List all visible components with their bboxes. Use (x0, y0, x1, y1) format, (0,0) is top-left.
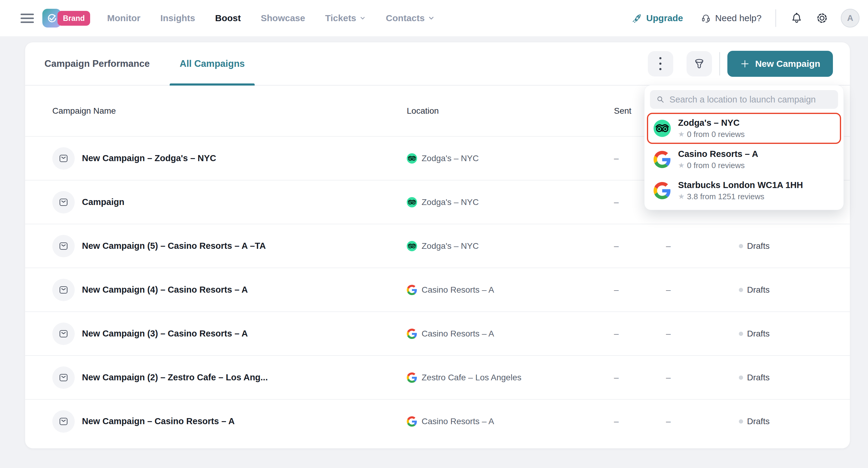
table-row[interactable]: New Campaign – Casino Resorts – A Casino… (25, 399, 850, 443)
search-icon (656, 95, 665, 104)
table-row[interactable]: New Campaign (5) – Casino Resorts – A –T… (25, 224, 850, 268)
location-option-name: Casino Resorts – A (678, 149, 758, 159)
status-dot-icon (739, 419, 743, 424)
status-dot-icon (739, 288, 743, 292)
location-search[interactable] (650, 90, 838, 109)
nav-monitor[interactable]: Monitor (107, 13, 140, 23)
status-dot-icon (739, 244, 743, 248)
app-logo[interactable]: Brand (42, 9, 90, 28)
more-options-button[interactable] (648, 51, 673, 76)
envelope-icon (58, 372, 69, 383)
opened-value: – (666, 416, 731, 426)
campaign-name: New Campaign (5) – Casino Resorts – A –T… (82, 241, 266, 251)
tripadvisor-icon (407, 197, 417, 208)
google-icon (407, 285, 417, 295)
google-icon (407, 329, 417, 339)
location-name: Zodga's – NYC (422, 241, 479, 251)
filter-button[interactable] (686, 51, 712, 76)
campaign-name: Campaign (82, 197, 124, 207)
need-help-button[interactable]: Need help? (700, 12, 762, 24)
status-dot-icon (739, 375, 743, 380)
tripadvisor-icon (654, 120, 671, 137)
nav-tickets[interactable]: Tickets (325, 13, 366, 23)
envelope-icon (58, 328, 69, 339)
toolbar-divider (719, 52, 720, 75)
status-badge: Drafts (731, 241, 850, 251)
hamburger-menu-icon[interactable] (21, 13, 34, 23)
envelope-icon (58, 153, 69, 164)
campaign-name: New Campaign – Zodga's – NYC (82, 153, 216, 163)
location-options: Zodga's – NYC ★0 from 0 reviews Casino R… (647, 113, 841, 206)
nav-showcase[interactable]: Showcase (261, 13, 305, 23)
rating-text: 0 from 0 reviews (687, 130, 745, 139)
campaign-name: New Campaign – Casino Resorts – A (82, 416, 235, 426)
envelope-icon (58, 241, 69, 252)
tripadvisor-icon (407, 241, 417, 251)
rating-text: 0 from 0 reviews (687, 161, 745, 170)
envelope-icon (58, 197, 69, 208)
col-header-campaign-name: Campaign Name (52, 106, 407, 116)
star-icon: ★ (678, 193, 685, 200)
status-badge: Drafts (731, 416, 850, 426)
sent-value: – (614, 373, 666, 382)
location-search-input[interactable] (670, 95, 832, 104)
col-header-location: Location (407, 106, 614, 116)
location-option-name: Zodga's – NYC (678, 118, 745, 128)
opened-value: – (666, 285, 731, 295)
campaign-name: New Campaign (2) – Zestro Cafe – Los Ang… (82, 372, 268, 382)
plus-icon (740, 59, 750, 69)
headset-icon (700, 12, 712, 24)
envelope-icon (58, 284, 69, 295)
avatar[interactable]: A (841, 9, 860, 28)
topbar: Brand Monitor Insights Boost Showcase Ti… (0, 0, 868, 36)
topbar-divider (775, 9, 776, 27)
brand-badge: Brand (58, 11, 90, 26)
opened-value: – (666, 329, 731, 339)
location-option-name: Starbucks London WC1A 1HH (678, 180, 803, 190)
google-icon (407, 372, 417, 383)
location-name: Casino Resorts – A (422, 285, 494, 295)
nav-boost[interactable]: Boost (215, 13, 241, 23)
location-option-zodgas-nyc[interactable]: Zodga's – NYC ★0 from 0 reviews (647, 113, 841, 144)
sent-value: – (614, 241, 666, 251)
tab-all-campaigns[interactable]: All Campaigns (170, 42, 255, 85)
star-icon: ★ (678, 162, 685, 169)
chevron-down-icon (428, 14, 435, 22)
topbar-right: Upgrade Need help? A (631, 9, 860, 28)
status-badge: Drafts (731, 373, 850, 382)
table-row[interactable]: New Campaign (3) – Casino Resorts – A Ca… (25, 311, 850, 355)
google-icon (654, 151, 671, 168)
location-option-casino-resorts[interactable]: Casino Resorts – A ★0 from 0 reviews (647, 144, 841, 175)
nav-contacts[interactable]: Contacts (386, 13, 435, 23)
location-dropdown: Zodga's – NYC ★0 from 0 reviews Casino R… (644, 85, 844, 210)
google-icon (654, 182, 671, 199)
star-icon: ★ (678, 131, 685, 138)
location-name: Zestro Cafe – Los Angeles (422, 373, 521, 382)
nav-insights[interactable]: Insights (160, 13, 195, 23)
rating-text: 3.8 from 1251 reviews (687, 192, 765, 201)
notifications-bell-icon[interactable] (790, 11, 803, 25)
status-badge: Drafts (731, 285, 850, 295)
tab-campaign-performance[interactable]: Campaign Performance (44, 42, 170, 85)
table-row[interactable]: New Campaign (2) – Zestro Cafe – Los Ang… (25, 355, 850, 399)
sent-value: – (614, 285, 666, 295)
funnel-icon (692, 57, 706, 70)
settings-gear-icon[interactable] (815, 11, 829, 25)
campaign-name: New Campaign (3) – Casino Resorts – A (82, 329, 248, 339)
sent-value: – (614, 329, 666, 339)
kebab-icon (659, 57, 661, 70)
sent-value: – (614, 416, 666, 426)
tabs: Campaign Performance All Campaigns (44, 42, 255, 85)
tripadvisor-icon (407, 153, 417, 163)
opened-value: – (666, 373, 731, 382)
rocket-icon (631, 12, 643, 24)
google-icon (407, 416, 417, 427)
upgrade-button[interactable]: Upgrade (631, 12, 683, 24)
main-nav: Monitor Insights Boost Showcase Tickets … (107, 13, 435, 23)
card-header: Campaign Performance All Campaigns New C… (25, 42, 850, 86)
new-campaign-button[interactable]: New Campaign (727, 51, 833, 77)
opened-value: – (666, 241, 731, 251)
location-option-starbucks-london[interactable]: Starbucks London WC1A 1HH ★3.8 from 1251… (647, 175, 841, 206)
location-name: Casino Resorts – A (422, 329, 494, 339)
table-row[interactable]: New Campaign (4) – Casino Resorts – A Ca… (25, 268, 850, 311)
